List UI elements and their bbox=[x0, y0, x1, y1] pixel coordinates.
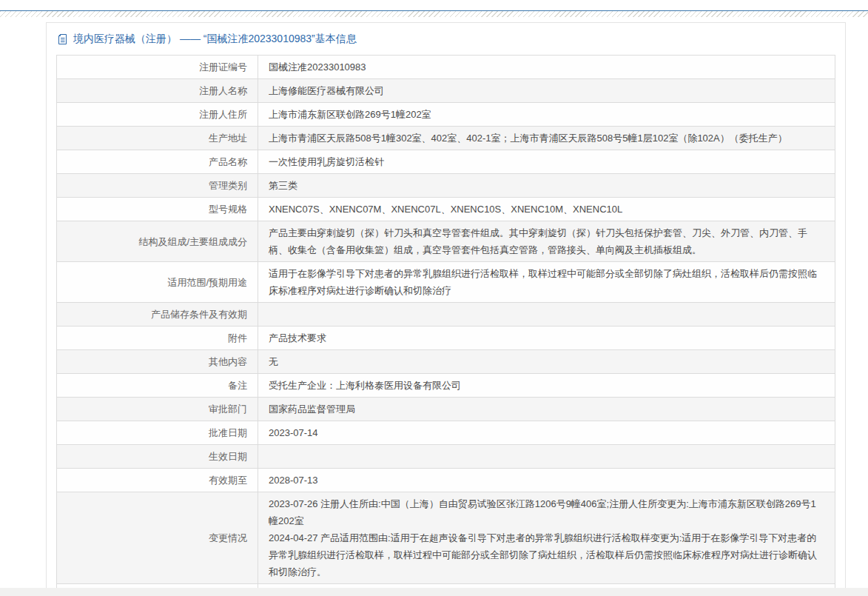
row-label: 备注 bbox=[57, 374, 258, 398]
row-label: 型号规格 bbox=[57, 198, 258, 221]
table-row: 型号规格XNENC07S、XNENC07M、XNENC07L、XNENC10S、… bbox=[57, 198, 835, 221]
table-row: 结构及组成/主要组成成分产品主要由穿刺旋切（探）针刀头和真空导管套件组成。其中穿… bbox=[57, 221, 835, 262]
table-row: 备注受托生产企业：上海利格泰医用设备有限公司 bbox=[57, 374, 835, 398]
row-label: 注册人名称 bbox=[57, 79, 258, 103]
row-value: 一次性使用乳房旋切活检针 bbox=[258, 150, 835, 174]
row-value: 适用于在影像学引导下对患者的异常乳腺组织进行活检取样，取样过程中可能部分或全部切… bbox=[258, 262, 835, 303]
table-row: 批准日期2023-07-14 bbox=[57, 421, 835, 445]
table-row: 注册人住所上海市浦东新区联创路269号1幢202室 bbox=[57, 103, 835, 127]
table-row: 有效期至2028-07-13 bbox=[57, 469, 835, 492]
value-line: 2023-07-26 注册人住所由:中国（上海）自由贸易试验区张江路1206号9… bbox=[269, 495, 824, 529]
row-label: 有效期至 bbox=[57, 469, 258, 492]
row-value: 产品主要由穿刺旋切（探）针刀头和真空导管套件组成。其中穿刺旋切（探）针刀头包括保… bbox=[258, 221, 835, 262]
row-label: 产品储存条件及有效期 bbox=[57, 303, 258, 327]
table-row: 产品储存条件及有效期 bbox=[57, 303, 835, 327]
row-label: 变更情况 bbox=[57, 492, 258, 584]
table-row: 附件产品技术要求 bbox=[57, 327, 835, 350]
row-value: 上海修能医疗器械有限公司 bbox=[258, 79, 835, 103]
value-line: 2024-04-27 产品适用范围由:适用于在超声设备引导下对患者的异常乳腺组织… bbox=[269, 529, 824, 580]
registration-table-body: 注册证编号国械注准20233010983注册人名称上海修能医疗器械有限公司注册人… bbox=[57, 56, 835, 596]
registration-table: 注册证编号国械注准20233010983注册人名称上海修能医疗器械有限公司注册人… bbox=[56, 55, 835, 596]
page-title: 境内医疗器械（注册） —— “国械注准20233010983”基本信息 bbox=[73, 33, 357, 46]
table-row: 生产地址上海市青浦区天辰路508号1幢302室、402室、402-1室；上海市青… bbox=[57, 127, 835, 150]
row-value: 国械注准20233010983 bbox=[258, 56, 835, 79]
row-value: 上海市浦东新区联创路269号1幢202室 bbox=[258, 103, 835, 127]
row-value bbox=[258, 303, 835, 327]
row-label: 审批部门 bbox=[57, 398, 258, 421]
row-label: 管理类别 bbox=[57, 174, 258, 198]
row-label: 注册证编号 bbox=[57, 56, 258, 79]
row-value: 2023-07-14 bbox=[258, 421, 835, 445]
top-margin bbox=[0, 0, 868, 10]
row-label: 适用范围/预期用途 bbox=[57, 262, 258, 303]
row-label: 附件 bbox=[57, 327, 258, 350]
row-label: 结构及组成/主要组成成分 bbox=[57, 221, 258, 262]
table-row: 产品名称一次性使用乳房旋切活检针 bbox=[57, 150, 835, 174]
table-row: 其他内容无 bbox=[57, 350, 835, 374]
table-row: 注册证编号国械注准20233010983 bbox=[57, 56, 835, 79]
row-value: 受托生产企业：上海利格泰医用设备有限公司 bbox=[258, 374, 835, 398]
row-label: 产品名称 bbox=[57, 150, 258, 174]
table-row: 生效日期 bbox=[57, 445, 835, 469]
table-row: 变更情况2023-07-26 注册人住所由:中国（上海）自由贸易试验区张江路12… bbox=[57, 492, 835, 584]
row-value: 上海市青浦区天辰路508号1幢302室、402室、402-1室；上海市青浦区天辰… bbox=[258, 127, 835, 150]
row-label: 注册人住所 bbox=[57, 103, 258, 127]
table-row: 审批部门国家药品监督管理局 bbox=[57, 398, 835, 421]
row-value: 无 bbox=[258, 350, 835, 374]
row-label: 批准日期 bbox=[57, 421, 258, 445]
row-value bbox=[258, 445, 835, 469]
document-icon bbox=[57, 33, 68, 45]
row-value: 2023-07-26 注册人住所由:中国（上海）自由贸易试验区张江路1206号9… bbox=[258, 492, 835, 584]
row-value: 国家药品监督管理局 bbox=[258, 398, 835, 421]
table-row: 管理类别第三类 bbox=[57, 174, 835, 198]
row-label: 生效日期 bbox=[57, 445, 258, 469]
row-value: 第三类 bbox=[258, 174, 835, 198]
row-label: 生产地址 bbox=[57, 127, 258, 150]
table-row: 注册人名称上海修能医疗器械有限公司 bbox=[57, 79, 835, 103]
hatch-band bbox=[0, 11, 868, 17]
bottom-strip bbox=[0, 588, 868, 596]
table-row: 适用范围/预期用途适用于在影像学引导下对患者的异常乳腺组织进行活检取样，取样过程… bbox=[57, 262, 835, 303]
info-panel: 境内医疗器械（注册） —— “国械注准20233010983”基本信息 注册证编… bbox=[46, 22, 846, 596]
row-value: 2028-07-13 bbox=[258, 469, 835, 492]
row-value: XNENC07S、XNENC07M、XNENC07L、XNENC10S、XNEN… bbox=[258, 198, 835, 221]
row-label: 其他内容 bbox=[57, 350, 258, 374]
panel-title-bar: 境内医疗器械（注册） —— “国械注准20233010983”基本信息 bbox=[56, 23, 835, 55]
row-value: 产品技术要求 bbox=[258, 327, 835, 350]
